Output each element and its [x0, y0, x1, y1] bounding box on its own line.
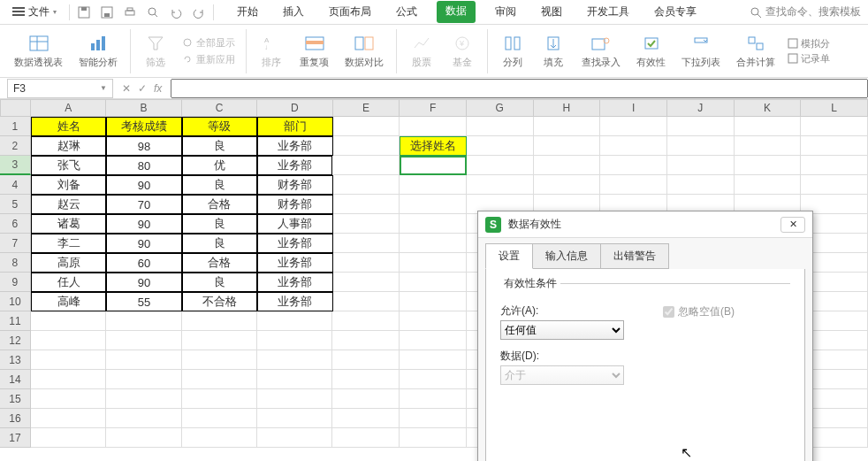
reapply-button[interactable]: 重新应用	[182, 53, 235, 66]
cell[interactable]	[667, 136, 735, 156]
cell[interactable]	[31, 409, 106, 428]
cancel-fx-icon[interactable]: ✕	[122, 82, 131, 95]
cell[interactable]: 良	[182, 175, 257, 195]
cell[interactable]: 良	[182, 273, 257, 292]
cell[interactable]	[333, 136, 400, 156]
cell[interactable]	[182, 370, 257, 389]
redo-icon[interactable]	[192, 5, 206, 19]
cell[interactable]	[106, 350, 181, 370]
formula-input[interactable]	[171, 79, 868, 98]
tab-input-message[interactable]: 输入信息	[532, 243, 601, 269]
smart-analysis-button[interactable]: 智能分析	[72, 31, 125, 71]
cell[interactable]: 70	[106, 195, 181, 214]
cell[interactable]	[600, 136, 667, 156]
cell[interactable]	[400, 409, 467, 428]
fund-button[interactable]: ¥基金	[443, 31, 482, 71]
cell[interactable]: 80	[106, 156, 181, 175]
row-header[interactable]: 15	[0, 389, 31, 409]
allow-select[interactable]: 任何值	[500, 320, 624, 340]
cell[interactable]	[801, 156, 868, 175]
cell[interactable]: 姓名	[31, 117, 106, 136]
consolidate-button[interactable]: 合并计算	[729, 31, 782, 71]
cell[interactable]	[534, 136, 601, 156]
cell[interactable]: 考核成绩	[106, 117, 181, 136]
cell[interactable]	[182, 428, 257, 448]
cell[interactable]	[332, 311, 400, 331]
cell[interactable]	[182, 350, 257, 370]
cell[interactable]: 90	[106, 273, 181, 292]
undo-icon[interactable]	[169, 5, 183, 19]
cell[interactable]	[534, 117, 601, 136]
compare-button[interactable]: 数据对比	[338, 31, 391, 71]
cell[interactable]	[31, 350, 106, 370]
cell[interactable]: 98	[106, 136, 181, 156]
cell[interactable]	[600, 156, 667, 175]
cell[interactable]: 诸葛	[31, 214, 106, 234]
cell[interactable]: 张飞	[31, 156, 106, 175]
cell[interactable]	[600, 175, 667, 195]
cell[interactable]	[400, 428, 467, 448]
select-all-corner[interactable]	[0, 99, 31, 117]
col-header[interactable]: D	[257, 99, 332, 117]
cell[interactable]: 人事部	[257, 214, 332, 234]
row-header[interactable]: 9	[0, 273, 31, 292]
row-header[interactable]: 4	[0, 175, 31, 195]
cell[interactable]	[257, 370, 332, 389]
row-header[interactable]: 7	[0, 234, 31, 253]
cell[interactable]: 业务部	[257, 156, 332, 175]
cell[interactable]	[257, 409, 332, 428]
cell[interactable]	[106, 311, 181, 331]
cell[interactable]	[106, 389, 181, 409]
cell[interactable]	[667, 175, 735, 195]
cell[interactable]	[257, 331, 332, 350]
tab-insert[interactable]: 插入	[278, 1, 309, 23]
tab-member[interactable]: 会员专享	[649, 1, 702, 23]
cell[interactable]: 任人	[31, 273, 106, 292]
cell[interactable]	[667, 117, 735, 136]
tab-view[interactable]: 视图	[536, 1, 567, 23]
cell[interactable]	[333, 175, 400, 195]
cell[interactable]	[400, 370, 467, 389]
tab-formula[interactable]: 公式	[391, 1, 423, 23]
cell[interactable]	[106, 409, 181, 428]
cell[interactable]: 业务部	[257, 273, 332, 292]
print-icon[interactable]	[123, 5, 137, 19]
cell[interactable]: 60	[106, 253, 181, 273]
cell[interactable]: 刘备	[31, 175, 106, 195]
tab-layout[interactable]: 页面布局	[324, 1, 377, 23]
sort-button[interactable]: A↓排序	[252, 31, 291, 71]
cell[interactable]	[667, 156, 735, 175]
row-header[interactable]: 12	[0, 331, 31, 350]
cell[interactable]: 赵琳	[31, 136, 106, 156]
cell[interactable]	[534, 156, 601, 175]
cell[interactable]	[801, 136, 868, 156]
cell[interactable]	[332, 428, 400, 448]
file-menu[interactable]: 文件 ▾	[7, 3, 62, 21]
duplicates-button[interactable]: 重复项	[293, 31, 336, 71]
cell[interactable]	[400, 350, 467, 370]
tab-home[interactable]: 开始	[232, 1, 263, 23]
tab-dev[interactable]: 开发工具	[582, 1, 635, 23]
row-header[interactable]: 1	[0, 117, 31, 136]
cell[interactable]	[400, 331, 467, 350]
cell[interactable]	[735, 156, 802, 175]
row-header[interactable]: 17	[0, 428, 31, 448]
cell[interactable]	[257, 428, 332, 448]
cell[interactable]: 良	[182, 234, 257, 253]
close-button[interactable]: ✕	[780, 217, 805, 233]
cell[interactable]	[332, 389, 400, 409]
name-box[interactable]: F3 ▼	[7, 79, 113, 98]
cell[interactable]: 业务部	[257, 234, 332, 253]
cell[interactable]	[333, 214, 400, 234]
fx-icon[interactable]: fx	[154, 82, 162, 95]
validity-button[interactable]: 有效性	[629, 31, 673, 71]
cell[interactable]	[182, 409, 257, 428]
cell[interactable]: 李二	[31, 234, 106, 253]
col-header[interactable]: G	[467, 99, 534, 117]
col-header[interactable]: E	[333, 99, 400, 117]
cell[interactable]	[31, 331, 106, 350]
split-button[interactable]: 分列	[493, 31, 532, 71]
cell[interactable]	[801, 175, 868, 195]
row-header[interactable]: 3	[0, 156, 31, 175]
cell[interactable]	[400, 175, 467, 195]
